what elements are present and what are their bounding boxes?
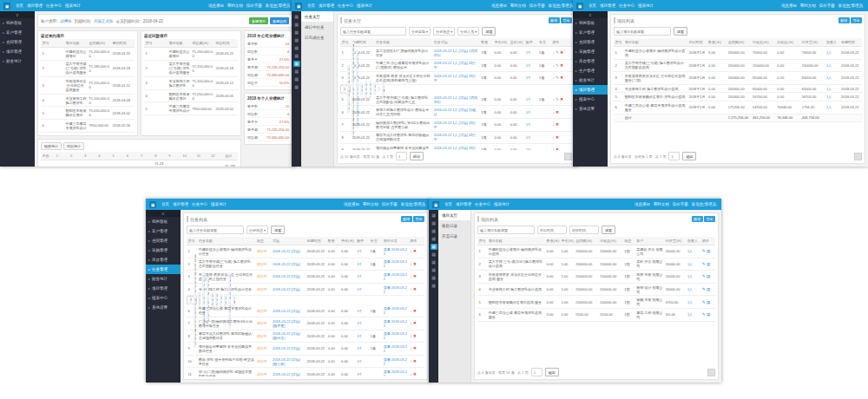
table-row[interactable]: 1中建科技办公楼项目·钢结构深化设计任务进行中2018-03-22 [详情]20…: [187, 245, 424, 258]
edit-icon[interactable]: ✎: [556, 50, 559, 55]
delete-icon[interactable]: ✖: [234, 300, 236, 304]
download-icon[interactable]: ↓: [410, 262, 411, 266]
sidebar-item[interactable]: ▸项目管理: [0, 47, 35, 56]
table-row[interactable]: 1中建科技办公楼项目·钢结构深化设计咨询0.001.00200000.00200…: [477, 245, 715, 258]
rail-module-icon[interactable]: ▦: [431, 220, 437, 226]
rail-module-icon[interactable]: ▦: [293, 76, 300, 82]
sidebar-item[interactable]: ▸财务统计: [0, 56, 35, 66]
table-row[interactable]: 4专业装饰工程·施工图深化设计任务进行中2018-03-22 [详情]2018-…: [187, 283, 424, 296]
sub-sidebar-item[interactable]: 进行中任务: [301, 22, 333, 32]
nav-menu-item[interactable]: 任务中心: [617, 3, 636, 8]
rail-module-icon[interactable]: ▦: [431, 213, 437, 219]
table-row[interactable]: 3专业装饰工程施工图深化¥1,100,000.002018-03-12: [144, 77, 238, 90]
sidebar-item[interactable]: ▸库存管理: [146, 255, 181, 265]
nav-user-item[interactable]: 帮助文档: [652, 202, 671, 206]
delete-icon[interactable]: ✖: [413, 334, 417, 338]
nav-menu-item[interactable]: 报表统计: [209, 202, 228, 206]
table-row[interactable]: 82018-03-22幕墙节点大样图深化·视觉样板确认·含现场踏勘记录2018-…: [340, 131, 572, 144]
detail-icon[interactable]: ▤: [707, 274, 710, 278]
delete-icon[interactable]: ✖: [560, 50, 563, 55]
rail-module-icon[interactable]: ▦: [431, 244, 437, 250]
sidebar-collapse-icon[interactable]: ≡: [146, 210, 181, 217]
search-button[interactable]: 搜索: [674, 27, 687, 36]
pager-goto-input[interactable]: [396, 152, 407, 160]
sidebar-item[interactable]: ▸财务统计: [573, 75, 608, 85]
rail-module-icon[interactable]: ▦: [293, 37, 300, 43]
pager-go-button[interactable]: 确定: [682, 152, 696, 160]
table-row[interactable]: 7厂·办(一期)钢结构加工图第3批次出图与审核任务进行中2018-03-22 […: [187, 317, 424, 330]
table-row[interactable]: 1中建科技办公楼项目¥1,200,000.002018-03-22: [41, 48, 135, 61]
nav-user-item[interactable]: 帮助文档: [361, 202, 380, 206]
table-row[interactable]: 22018-03-22中建三局·办公楼幕墙专项深化设计(二期跟进)·图纸会审20…: [340, 59, 572, 72]
sub-sidebar-item[interactable]: 任务大厅: [301, 11, 333, 22]
nav-menu-item[interactable]: 首页: [443, 202, 454, 206]
table-row[interactable]: 42018-03-22朝阳区管网改造(三期)·设计交底与现场配合任务2018-0…: [340, 85, 351, 94]
delete-icon[interactable]: ✖: [556, 110, 559, 114]
edit-icon[interactable]: ✎: [702, 300, 706, 304]
detail-icon[interactable]: ▤: [707, 312, 710, 317]
nav-menu-item[interactable]: 报表统计: [355, 3, 374, 8]
edit-icon[interactable]: ✎: [702, 287, 706, 291]
table-row[interactable]: 12018-03-22某工业园区4#厂房钢结构深化设计任务2018-03-22 …: [340, 47, 572, 60]
delete-icon[interactable]: ✖: [560, 75, 563, 80]
sidebar-item[interactable]: ▸生产管理: [573, 66, 608, 75]
table-row[interactable]: 6中建三局办公楼·幕墙专项深化设计任务进行中2018-03-22 [详情]201…: [187, 304, 424, 317]
sidebar-item[interactable]: ▸系统设置: [573, 104, 608, 114]
sub-sidebar-item[interactable]: 项目大厅: [438, 210, 470, 220]
scroll-top-button[interactable]: [707, 369, 715, 376]
sidebar-item[interactable]: ▸报表中心: [146, 293, 181, 303]
rail-module-icon[interactable]: ▦: [431, 275, 437, 281]
table-row[interactable]: 3市政道路·桥梁排水改造·全过程造价咨询资料上报任务进行中2018-03-22 …: [187, 271, 424, 284]
table-row[interactable]: 3市政道路桥梁·排水改造全过程造价咨询·服务0.001.00200000.001…: [477, 271, 715, 284]
detail-icon[interactable]: ▤: [707, 249, 710, 253]
edit-icon[interactable]: ✎: [556, 75, 559, 80]
delete-icon[interactable]: ✖: [413, 321, 417, 325]
nav-menu-item[interactable]: 项目管理: [171, 202, 190, 206]
edit-icon[interactable]: ✎: [702, 262, 706, 266]
nav-user-item[interactable]: 欢迎您,管理员: [690, 202, 718, 206]
scroll-top-button[interactable]: [854, 153, 862, 160]
nav-user-item[interactable]: 帮助文档: [799, 3, 818, 8]
add-button[interactable]: 新增: [838, 17, 850, 23]
delete-icon[interactable]: ✖: [384, 88, 385, 93]
account-link[interactable]: 试用版: [60, 19, 72, 23]
table-row[interactable]: 5朝阳区市政管网改造项目咨询·服务0.001.00200000.00200000…: [477, 296, 715, 309]
download-icon[interactable]: ↓: [410, 346, 411, 350]
rail-module-icon[interactable]: ▦: [431, 259, 437, 265]
pager-go-button[interactable]: 跳转: [410, 152, 424, 160]
type-select[interactable]: 全部类型 ▾: [409, 27, 431, 36]
rail-module-icon[interactable]: ▦: [293, 14, 300, 20]
nav-menu-item[interactable]: 项目管理: [598, 3, 617, 8]
search-button[interactable]: 搜索: [482, 27, 496, 36]
rail-module-icon[interactable]: ▦: [293, 22, 300, 28]
download-icon[interactable]: ↓: [410, 334, 411, 338]
download-icon[interactable]: ↓: [410, 372, 411, 376]
sidebar-item[interactable]: ▸我的面板: [146, 217, 181, 226]
nav-menu-item[interactable]: 首页: [587, 3, 598, 8]
nav-user-item[interactable]: 消息通知: [207, 3, 226, 8]
table-row[interactable]: 1中建科技办公楼项目·钢结构深化设计咨询2018年1月0.00200000.00…: [614, 47, 862, 60]
rail-module-icon[interactable]: ▦: [293, 29, 300, 36]
edit-icon[interactable]: ✎: [702, 312, 706, 317]
delete-icon[interactable]: ✖: [413, 359, 417, 363]
delete-icon[interactable]: ✖: [556, 147, 559, 150]
status-select[interactable]: 全部状态 ▾: [433, 27, 455, 36]
nav-user-item[interactable]: 欢迎您,管理员: [264, 3, 292, 8]
account-link[interactable]: 到期时间:: [75, 19, 91, 23]
table-row[interactable]: 62018-03-22装饰工程施工图深化设计·图纸会审记录汇总与归档2018-0…: [340, 106, 572, 119]
nav-menu-item[interactable]: 报表统计: [636, 3, 655, 8]
table-row[interactable]: 合计1,175,256.00461,256.0076,346.00443,756…: [614, 114, 862, 122]
table-row[interactable]: 3市政道路桥梁排水改造·全过程造价咨询服务(二期)2018年1月0.002000…: [614, 72, 862, 85]
delete-icon[interactable]: ✖: [560, 97, 563, 101]
nav-user-item[interactable]: 帮助文档: [226, 3, 245, 8]
sidebar-item[interactable]: ▸财务统计: [146, 274, 181, 284]
table-row[interactable]: 4专业装饰工程·施工图深化设计咨询2018年1月0.00200000.00650…: [614, 84, 862, 93]
search-input[interactable]: [614, 27, 671, 36]
account-link[interactable]: 会员到期时间:: [116, 19, 141, 23]
sidebar-item[interactable]: ▸项目管理: [573, 85, 608, 95]
rail-module-icon[interactable]: ▦: [431, 252, 437, 258]
pager-goto-input[interactable]: [668, 152, 680, 160]
search-input[interactable]: [477, 226, 535, 234]
download-icon[interactable]: ↓: [552, 97, 554, 101]
status-select[interactable]: 全部状态 ▾: [247, 226, 268, 234]
